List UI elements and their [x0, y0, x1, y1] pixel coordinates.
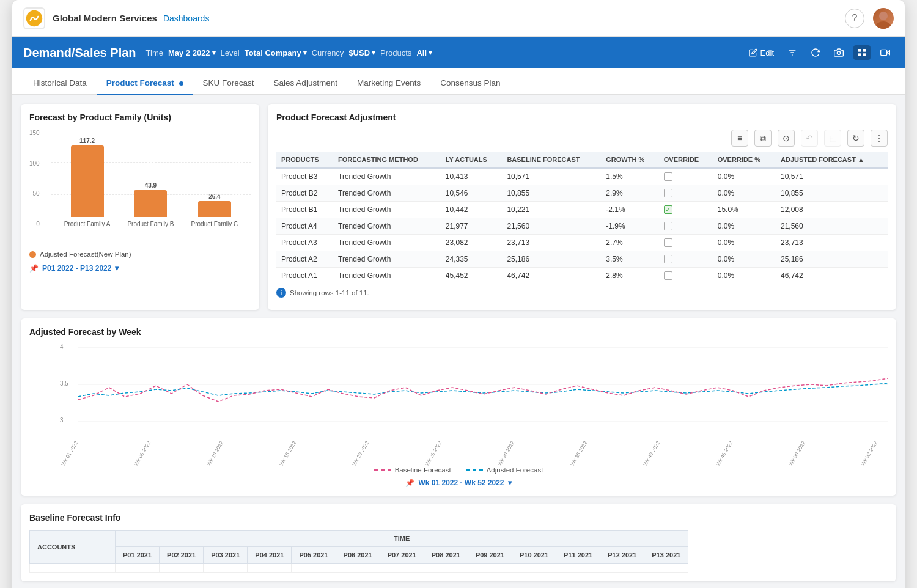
svg-rect-8	[863, 49, 866, 52]
period-p07: P07 2021	[380, 547, 424, 564]
adjusted-dash	[466, 469, 483, 471]
cell-method: Trended Growth	[333, 185, 441, 202]
cell-product: Product B2	[276, 185, 333, 202]
y-label-50: 50	[33, 190, 40, 197]
cell-override[interactable]	[659, 251, 713, 268]
svg-text:3: 3	[60, 417, 64, 424]
time-value[interactable]: May 2 2022 ▾	[168, 48, 216, 57]
table-row: Product B1 Trended Growth 10,442 10,221 …	[276, 202, 888, 218]
override-checkbox[interactable]	[664, 172, 672, 181]
refresh-button[interactable]	[807, 45, 824, 60]
override-checkbox[interactable]	[664, 189, 672, 197]
tab-consensus-plan[interactable]: Consensus Plan	[430, 72, 510, 95]
cell-override[interactable]: ✓	[659, 202, 713, 218]
toolbar-more-icon[interactable]: ⋮	[871, 130, 888, 147]
products-value[interactable]: All ▾	[416, 48, 432, 57]
period-p09: P09 2021	[468, 547, 512, 564]
toolbar-refresh-icon[interactable]: ↻	[847, 130, 864, 147]
currency-value[interactable]: $USD ▾	[348, 48, 375, 57]
chart-period[interactable]: 📌 P01 2022 - P13 2022 ▾	[29, 264, 251, 273]
avatar[interactable]	[873, 8, 894, 29]
svg-rect-9	[858, 53, 861, 56]
tab-marketing-events[interactable]: Marketing Events	[347, 72, 430, 95]
x-label: Wk 30 2022	[496, 440, 515, 467]
cell-method: Trended Growth	[333, 251, 441, 268]
override-checkbox[interactable]	[664, 222, 672, 230]
cell-method: Trended Growth	[333, 168, 441, 185]
p03-val	[204, 564, 248, 573]
toolbar-copy-icon[interactable]: ⧉	[754, 130, 772, 147]
p11-val	[556, 564, 600, 573]
bar-col-a: 117.2 Product Family A	[64, 138, 111, 227]
grid-button[interactable]	[853, 45, 871, 60]
x-label: Wk 50 2022	[787, 440, 806, 467]
level-value[interactable]: Total Company ▾	[245, 48, 307, 57]
bar-val-c: 26.4	[208, 193, 220, 200]
cell-ly: 24,335	[441, 251, 503, 268]
col-baseline: BASELINE FORECAST	[502, 152, 601, 168]
cell-adjusted: 12,008	[776, 202, 888, 218]
cell-adjusted: 10,571	[776, 168, 888, 185]
svg-point-6	[837, 51, 840, 54]
dashboards-link[interactable]: Dashboards	[163, 13, 210, 23]
override-checkbox[interactable]	[664, 255, 672, 263]
bar-label-c: Product Family C	[191, 221, 238, 227]
p09-val	[468, 564, 512, 573]
cell-growth: 1.5%	[601, 168, 659, 185]
accounts-col-header: ACCOUNTS	[30, 531, 116, 564]
cell-growth: -1.9%	[601, 218, 659, 235]
bar-c	[198, 201, 231, 217]
cell-override[interactable]	[659, 168, 713, 185]
tab-sales-adjustment[interactable]: Sales Adjustment	[264, 72, 347, 95]
period-p05: P05 2021	[292, 547, 336, 564]
cell-override-pct: 0.0%	[713, 251, 776, 268]
period-p06: P06 2021	[336, 547, 380, 564]
svg-rect-7	[858, 49, 861, 52]
cell-product: Product A1	[276, 268, 333, 284]
x-label: Wk 01 2022	[60, 440, 79, 467]
col-products: PRODUCTS	[276, 152, 333, 168]
bar-b	[134, 190, 167, 217]
toolbar-settings-icon[interactable]: ⊙	[778, 130, 795, 147]
line-chart-svg: 4 3.5 3	[60, 342, 888, 427]
cell-growth: 2.8%	[601, 268, 659, 284]
time-col-header: TIME	[116, 531, 688, 547]
table-row: Product A1 Trended Growth 45,452 46,742 …	[276, 268, 888, 284]
toolbar-filter-icon[interactable]: ≡	[731, 130, 748, 147]
cell-override[interactable]	[659, 235, 713, 251]
help-icon[interactable]: ?	[845, 9, 864, 28]
col-growth: GROWTH %	[601, 152, 659, 168]
p13-val	[644, 564, 688, 573]
tab-sku-forecast[interactable]: SKU Forecast	[193, 72, 264, 95]
baseline-legend-label: Baseline Forecast	[395, 466, 451, 474]
cell-override-pct: 0.0%	[713, 218, 776, 235]
tab-product-forecast[interactable]: Product Forecast	[97, 72, 193, 95]
period-label: P01 2022 - P13 2022	[42, 264, 111, 273]
video-button[interactable]	[877, 45, 894, 60]
override-checkbox[interactable]	[664, 238, 672, 247]
y-label-100: 100	[29, 160, 40, 167]
week-period[interactable]: 📌 Wk 01 2022 - Wk 52 2022 ▾	[29, 479, 888, 487]
camera-button[interactable]	[830, 45, 847, 60]
cell-baseline: 10,571	[502, 168, 601, 185]
toolbar-save-icon: ◱	[824, 130, 841, 147]
cell-growth: 2.7%	[601, 235, 659, 251]
tab-historical-data[interactable]: Historical Data	[23, 72, 97, 95]
cell-adjusted: 21,560	[776, 218, 888, 235]
cell-override[interactable]	[659, 185, 713, 202]
cell-override[interactable]	[659, 218, 713, 235]
p02-val	[160, 564, 204, 573]
edit-button[interactable]: Edit	[745, 46, 778, 60]
adjusted-legend-label: Adjusted Forecast	[487, 466, 543, 474]
override-checkbox[interactable]	[664, 271, 672, 280]
filter-icon-button[interactable]	[784, 45, 801, 60]
bar-col-c: 26.4 Product Family C	[191, 193, 238, 227]
cell-override-pct: 0.0%	[713, 185, 776, 202]
cell-baseline: 23,713	[502, 235, 601, 251]
override-checkbox-checked[interactable]: ✓	[664, 205, 672, 214]
svg-text:3.5: 3.5	[60, 380, 68, 387]
week-period-label: Wk 01 2022 - Wk 52 2022	[418, 479, 504, 487]
info-icon: i	[276, 288, 286, 298]
week-chart-panel: Adjusted Forecast by Week 4 3.5 3	[21, 318, 896, 496]
cell-override[interactable]	[659, 268, 713, 284]
